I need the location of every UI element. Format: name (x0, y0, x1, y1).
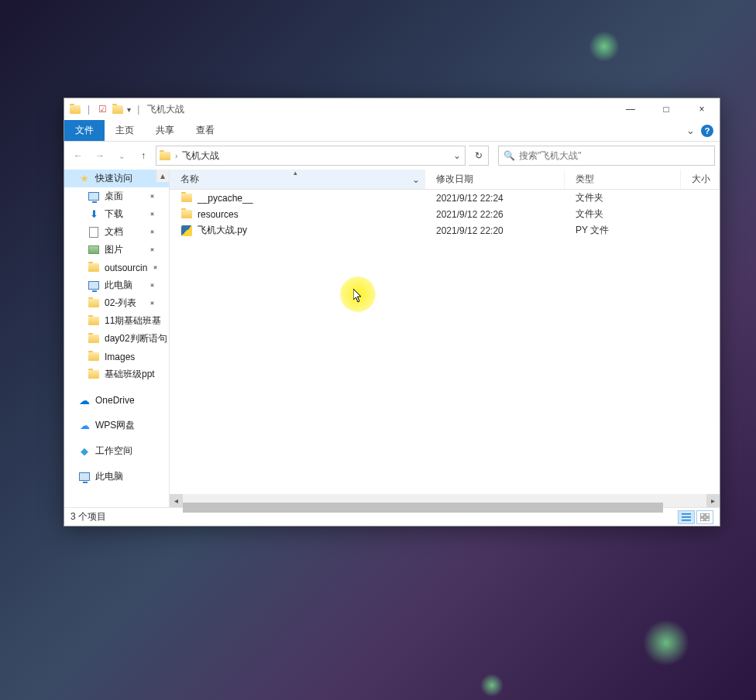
scroll-right-button[interactable]: ▸ (706, 494, 720, 507)
forward-button[interactable]: → (91, 146, 109, 165)
sidebar-quick-access[interactable]: ★ 快速访问 (64, 170, 169, 187)
address-bar[interactable]: › 飞机大战 ⌄ (156, 146, 466, 166)
sidebar-label: Images (105, 352, 135, 362)
help-icon[interactable]: ? (701, 125, 713, 137)
up-button[interactable]: ↑ (134, 146, 153, 165)
svg-rect-1 (682, 516, 691, 518)
column-dropdown-icon[interactable]: ⌄ (412, 174, 420, 185)
search-icon: 🔍 (499, 150, 519, 161)
picture-icon (88, 244, 100, 256)
search-box[interactable]: 🔍 (498, 146, 715, 166)
file-row[interactable]: resources 2021/9/12 22:26 文件夹 (170, 206, 720, 222)
sidebar-label: WPS网盘 (95, 419, 135, 432)
scroll-thumb[interactable] (183, 503, 663, 513)
sidebar-wps[interactable]: ☁ WPS网盘 (64, 417, 169, 434)
sidebar-onedrive[interactable]: ☁ OneDrive (64, 391, 169, 409)
new-folder-icon[interactable] (112, 103, 124, 115)
large-icons-view-button[interactable] (696, 510, 713, 524)
search-input[interactable] (519, 150, 714, 161)
sidebar-workspace[interactable]: ◆ 工作空间 (64, 442, 169, 460)
navigation-pane[interactable]: ▴ ★ 快速访问 桌面 ✦ ⬇ 下载 ✦ 文档 ✦ 图片 (64, 170, 170, 507)
sidebar-label: 下载 (105, 208, 123, 221)
python-file-icon (180, 225, 193, 237)
sidebar-item-pictures[interactable]: 图片 ✦ (64, 241, 169, 259)
column-label: 类型 (576, 173, 594, 186)
column-label: 名称 (180, 173, 199, 186)
sidebar-item-downloads[interactable]: ⬇ 下载 ✦ (64, 205, 169, 223)
sidebar-label: 此电脑 (95, 470, 123, 483)
quick-access-toolbar: | ☑ ▾ | 飞机大战 (69, 103, 184, 116)
file-row[interactable]: __pycache__ 2021/9/12 22:24 文件夹 (170, 190, 720, 206)
breadcrumb-current[interactable]: 飞机大战 (179, 149, 222, 163)
navigation-bar: ← → ⌄ ↑ › 飞机大战 ⌄ ↻ 🔍 (64, 142, 720, 170)
sidebar-label: OneDrive (95, 395, 135, 406)
sidebar-item-day02[interactable]: day02判断语句 (64, 330, 169, 348)
tab-share[interactable]: 共享 (145, 120, 185, 141)
ribbon-collapse-icon[interactable]: ⌄ (686, 125, 695, 136)
column-label: 大小 (692, 173, 710, 186)
sidebar-item-ppt[interactable]: 基础班级ppt (64, 365, 169, 383)
sidebar-item-02list[interactable]: 02-列表 ✦ (64, 294, 169, 312)
folder-icon (180, 192, 193, 204)
pin-icon: ✦ (150, 262, 160, 273)
sidebar-label: 快速访问 (95, 172, 132, 185)
sidebar-item-desktop[interactable]: 桌面 ✦ (64, 187, 169, 205)
tab-view[interactable]: 查看 (185, 120, 225, 141)
address-dropdown-icon[interactable]: ⌄ (449, 150, 465, 161)
scroll-up-icon[interactable]: ▴ (156, 170, 169, 182)
sidebar-label: 桌面 (105, 190, 123, 203)
sidebar-item-11th[interactable]: 11期基础班基 (64, 312, 169, 330)
column-size[interactable]: 大小 (681, 170, 720, 189)
grid-view-icon (700, 513, 710, 521)
sidebar-item-documents[interactable]: 文档 ✦ (64, 223, 169, 241)
cursor-icon (353, 289, 364, 305)
folder-icon (180, 208, 193, 221)
maximize-button[interactable]: □ (648, 98, 684, 120)
scroll-left-button[interactable]: ◂ (170, 494, 183, 507)
titlebar[interactable]: | ☑ ▾ | 飞机大战 — □ × (64, 98, 720, 120)
column-name[interactable]: 名称 ▴ ⌄ (170, 170, 425, 189)
sidebar-label: day02判断语句 (105, 332, 167, 345)
svg-rect-6 (706, 518, 710, 521)
folder-icon (156, 152, 174, 160)
view-mode-buttons (678, 510, 713, 524)
sidebar-this-pc[interactable]: 此电脑 (64, 468, 169, 486)
sidebar-item-outsourcing[interactable]: outsourcin ✦ (64, 259, 169, 276)
pin-icon: ✦ (146, 209, 156, 219)
column-type[interactable]: 类型 (565, 170, 681, 189)
file-type: 文件夹 (565, 208, 681, 221)
qat-dropdown-icon[interactable]: ▾ (127, 105, 131, 114)
monitor-icon (78, 471, 91, 483)
file-type: 文件夹 (565, 191, 681, 204)
folder-icon (88, 333, 100, 345)
sidebar-label: 基础班级ppt (105, 368, 155, 381)
svg-rect-4 (706, 513, 710, 516)
file-name: 飞机大战.py (198, 224, 247, 237)
chevron-right-icon[interactable]: › (174, 152, 179, 160)
file-list-pane: 名称 ▴ ⌄ 修改日期 类型 大小 __pycache (170, 170, 720, 507)
recent-locations-button[interactable]: ⌄ (112, 146, 131, 165)
column-date[interactable]: 修改日期 (425, 170, 565, 189)
file-name: __pycache__ (198, 193, 253, 204)
sidebar-label: 此电脑 (105, 279, 132, 292)
sidebar-item-images[interactable]: Images (64, 348, 169, 365)
sidebar-label: 图片 (105, 243, 123, 256)
tab-file[interactable]: 文件 (64, 120, 105, 141)
file-name: resources (198, 209, 239, 220)
column-label: 修改日期 (436, 173, 473, 186)
close-button[interactable]: × (684, 98, 720, 120)
minimize-button[interactable]: — (613, 98, 648, 120)
file-date: 2021/9/12 22:26 (425, 209, 565, 220)
details-view-button[interactable] (678, 510, 695, 524)
horizontal-scrollbar[interactable]: ◂ ▸ (170, 494, 720, 507)
sidebar-item-thispc[interactable]: 此电脑 ✦ (64, 276, 169, 294)
refresh-button[interactable]: ↻ (469, 146, 489, 166)
back-button[interactable]: ← (69, 146, 88, 165)
tab-home[interactable]: 主页 (105, 120, 145, 141)
file-row[interactable]: 飞机大战.py 2021/9/12 22:20 PY 文件 (170, 222, 720, 238)
sort-indicator-icon: ▴ (294, 169, 297, 177)
column-headers[interactable]: 名称 ▴ ⌄ 修改日期 类型 大小 (170, 170, 720, 190)
file-date: 2021/9/12 22:20 (425, 225, 565, 236)
properties-icon[interactable]: ☑ (96, 103, 108, 115)
file-rows[interactable]: __pycache__ 2021/9/12 22:24 文件夹 resource… (170, 190, 720, 494)
